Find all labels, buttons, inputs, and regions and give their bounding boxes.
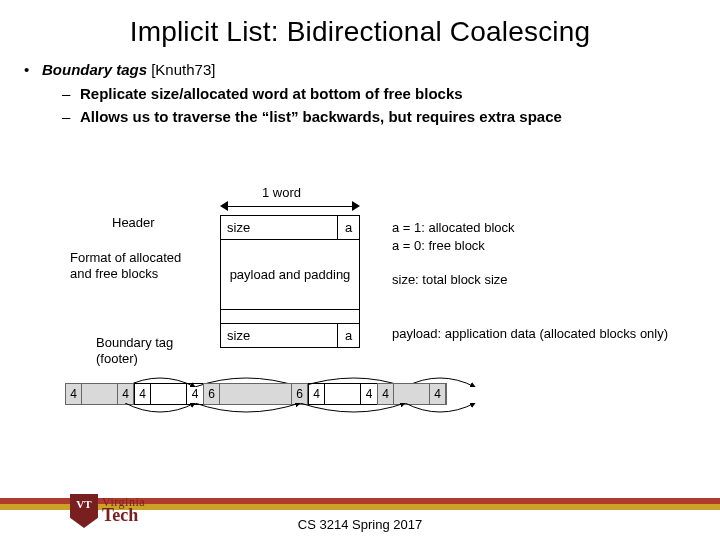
note-payload: payload: application data (allocated blo… [392,325,682,343]
note-a0: a = 0: free block [392,237,682,255]
bullet-lvl1: • Boundary tags [Knuth73] [24,60,696,80]
block-body [394,384,430,404]
payload-row: payload and padding [221,240,359,310]
bullet-lvl2b-text: Allows us to traverse the “list” backwar… [80,107,562,127]
block-header-num: 4 [66,384,82,404]
width-arrow-icon [220,202,360,212]
format-label: Format of allocated and free blocks [70,250,190,281]
block-header-num: 4 [309,384,325,404]
block-body [151,384,187,404]
memory-block: 66 [203,383,309,405]
block-structure: size a payload and padding size a [220,215,360,348]
block-body [82,384,118,404]
block-body [325,384,361,404]
block-footer-num: 4 [118,384,134,404]
header-row: size a [221,216,359,240]
memory-blocks-row: 4444664444 [65,383,446,405]
one-word-label: 1 word [262,185,301,200]
bullet-lvl2a: – Replicate size/allocated word at botto… [62,84,696,104]
bullet-lvl1-text: Boundary tags [Knuth73] [42,60,215,80]
memory-block: 44 [308,383,378,405]
boundary-tags-label: Boundary tags [42,61,147,78]
forward-links-icon [65,403,675,423]
note-a1: a = 1: allocated block [392,219,682,237]
header-a-cell: a [337,216,359,239]
block-footer-num: 4 [187,384,203,404]
block-body [220,384,292,404]
footer-a-cell: a [337,324,359,347]
footer-row: size a [221,324,359,347]
bullet-lvl2b: – Allows us to traverse the “list” backw… [62,107,696,127]
citation-label: [Knuth73] [147,61,215,78]
block-header-num: 4 [378,384,394,404]
block-footer-num: 4 [430,384,446,404]
note-alloc: a = 1: allocated block a = 0: free block [392,219,682,254]
header-size-cell: size [221,216,337,239]
bullet-dot-icon: • [24,60,42,80]
block-header-num: 4 [135,384,151,404]
block-diagram: 1 word Header Format of allocated and fr… [0,185,720,425]
footer-size-cell: size [221,324,337,347]
dash-icon: – [62,107,80,127]
bullet-list: • Boundary tags [Knuth73] – Replicate si… [0,56,720,127]
course-label: CS 3214 Spring 2017 [0,517,720,532]
header-label: Header [112,215,155,231]
dash-icon: – [62,84,80,104]
bullet-lvl2a-text: Replicate size/allocated word at bottom … [80,84,463,104]
memory-block: 44 [65,383,135,405]
footer-label: Boundary tag (footer) [96,335,206,366]
block-footer-num: 6 [292,384,308,404]
slide-title: Implicit List: Bidirectional Coalescing [0,0,720,56]
memory-block: 44 [377,383,447,405]
note-size: size: total block size [392,271,682,289]
memory-block: 44 [134,383,204,405]
payload-label: payload and padding [230,267,351,282]
block-footer-num: 4 [361,384,377,404]
block-header-num: 6 [204,384,220,404]
gap-row [221,310,359,324]
